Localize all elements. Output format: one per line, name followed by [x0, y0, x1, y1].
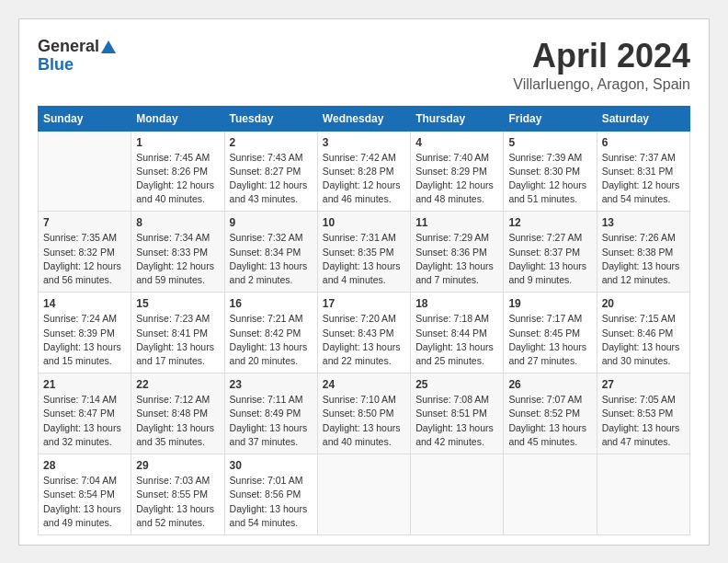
day-cell: 29Sunrise: 7:03 AM Sunset: 8:55 PM Dayli… — [131, 454, 224, 535]
day-cell — [597, 454, 689, 535]
day-number: 10 — [323, 216, 405, 229]
calendar-title: April 2024 — [513, 38, 690, 75]
day-cell: 22Sunrise: 7:12 AM Sunset: 8:48 PM Dayli… — [131, 373, 224, 454]
day-number: 23 — [230, 378, 313, 391]
day-detail: Sunrise: 7:18 AM Sunset: 8:44 PM Dayligh… — [415, 313, 494, 366]
day-number: 3 — [323, 136, 405, 149]
week-row-4: 21Sunrise: 7:14 AM Sunset: 8:47 PM Dayli… — [39, 373, 690, 454]
day-number: 11 — [415, 216, 498, 229]
day-number: 9 — [230, 216, 313, 229]
day-detail: Sunrise: 7:45 AM Sunset: 8:26 PM Dayligh… — [136, 152, 214, 205]
day-cell: 13Sunrise: 7:26 AM Sunset: 8:38 PM Dayli… — [597, 212, 689, 293]
day-cell: 20Sunrise: 7:15 AM Sunset: 8:46 PM Dayli… — [597, 293, 689, 373]
day-number: 29 — [136, 459, 219, 472]
day-number: 8 — [136, 216, 219, 229]
day-detail: Sunrise: 7:20 AM Sunset: 8:43 PM Dayligh… — [323, 313, 401, 366]
day-detail: Sunrise: 7:04 AM Sunset: 8:54 PM Dayligh… — [43, 475, 121, 528]
calendar-header: General Blue April 2024 Villarluengo, Ar… — [38, 38, 690, 93]
day-detail: Sunrise: 7:42 AM Sunset: 8:28 PM Dayligh… — [323, 152, 401, 205]
day-detail: Sunrise: 7:17 AM Sunset: 8:45 PM Dayligh… — [508, 313, 586, 366]
column-header-sunday: Sunday — [39, 106, 131, 131]
day-number: 30 — [230, 459, 313, 472]
day-detail: Sunrise: 7:43 AM Sunset: 8:27 PM Dayligh… — [230, 152, 308, 205]
day-detail: Sunrise: 7:23 AM Sunset: 8:41 PM Dayligh… — [136, 313, 214, 366]
day-number: 21 — [43, 378, 126, 391]
day-detail: Sunrise: 7:32 AM Sunset: 8:34 PM Dayligh… — [230, 232, 308, 285]
day-number: 16 — [230, 297, 313, 310]
day-detail: Sunrise: 7:31 AM Sunset: 8:35 PM Dayligh… — [323, 232, 401, 285]
day-cell — [317, 454, 410, 535]
day-detail: Sunrise: 7:14 AM Sunset: 8:47 PM Dayligh… — [43, 394, 121, 447]
day-number: 7 — [43, 216, 126, 229]
day-cell: 7Sunrise: 7:35 AM Sunset: 8:32 PM Daylig… — [39, 212, 131, 293]
day-number: 18 — [415, 297, 498, 310]
day-number: 6 — [602, 136, 685, 149]
day-cell: 11Sunrise: 7:29 AM Sunset: 8:36 PM Dayli… — [411, 212, 504, 293]
column-header-saturday: Saturday — [597, 106, 689, 131]
day-detail: Sunrise: 7:40 AM Sunset: 8:29 PM Dayligh… — [415, 152, 494, 205]
day-number: 26 — [508, 378, 591, 391]
day-cell: 17Sunrise: 7:20 AM Sunset: 8:43 PM Dayli… — [317, 293, 410, 373]
day-number: 27 — [602, 378, 685, 391]
column-header-friday: Friday — [504, 106, 597, 131]
week-row-2: 7Sunrise: 7:35 AM Sunset: 8:32 PM Daylig… — [39, 212, 690, 293]
day-cell: 1Sunrise: 7:45 AM Sunset: 8:26 PM Daylig… — [131, 131, 224, 212]
logo: General Blue — [38, 38, 116, 75]
day-cell: 9Sunrise: 7:32 AM Sunset: 8:34 PM Daylig… — [224, 212, 317, 293]
day-cell: 5Sunrise: 7:39 AM Sunset: 8:30 PM Daylig… — [504, 131, 597, 212]
day-cell — [411, 454, 504, 535]
day-cell: 4Sunrise: 7:40 AM Sunset: 8:29 PM Daylig… — [411, 131, 504, 212]
day-number: 19 — [508, 297, 591, 310]
day-number: 4 — [415, 136, 498, 149]
day-cell: 12Sunrise: 7:27 AM Sunset: 8:37 PM Dayli… — [504, 212, 597, 293]
day-number: 5 — [508, 136, 591, 149]
day-number: 20 — [602, 297, 685, 310]
day-detail: Sunrise: 7:01 AM Sunset: 8:56 PM Dayligh… — [230, 475, 308, 528]
day-number: 17 — [323, 297, 405, 310]
column-header-thursday: Thursday — [411, 106, 504, 131]
day-number: 14 — [43, 297, 126, 310]
column-header-tuesday: Tuesday — [224, 106, 317, 131]
day-detail: Sunrise: 7:37 AM Sunset: 8:31 PM Dayligh… — [602, 152, 680, 205]
day-cell: 26Sunrise: 7:07 AM Sunset: 8:52 PM Dayli… — [504, 373, 597, 454]
day-detail: Sunrise: 7:27 AM Sunset: 8:37 PM Dayligh… — [508, 232, 586, 285]
day-cell: 15Sunrise: 7:23 AM Sunset: 8:41 PM Dayli… — [131, 293, 224, 373]
day-detail: Sunrise: 7:15 AM Sunset: 8:46 PM Dayligh… — [602, 313, 680, 366]
day-cell: 16Sunrise: 7:21 AM Sunset: 8:42 PM Dayli… — [224, 293, 317, 373]
day-detail: Sunrise: 7:11 AM Sunset: 8:49 PM Dayligh… — [230, 394, 308, 447]
week-row-1: 1Sunrise: 7:45 AM Sunset: 8:26 PM Daylig… — [39, 131, 690, 212]
calendar-container: General Blue April 2024 Villarluengo, Ar… — [18, 18, 710, 546]
day-number: 1 — [136, 136, 219, 149]
day-cell: 6Sunrise: 7:37 AM Sunset: 8:31 PM Daylig… — [597, 131, 689, 212]
day-cell: 14Sunrise: 7:24 AM Sunset: 8:39 PM Dayli… — [39, 293, 131, 373]
day-detail: Sunrise: 7:29 AM Sunset: 8:36 PM Dayligh… — [415, 232, 494, 285]
day-detail: Sunrise: 7:12 AM Sunset: 8:48 PM Dayligh… — [136, 394, 214, 447]
day-cell: 21Sunrise: 7:14 AM Sunset: 8:47 PM Dayli… — [39, 373, 131, 454]
day-cell: 19Sunrise: 7:17 AM Sunset: 8:45 PM Dayli… — [504, 293, 597, 373]
calendar-location: Villarluengo, Aragon, Spain — [513, 76, 690, 93]
day-number: 12 — [508, 216, 591, 229]
day-detail: Sunrise: 7:26 AM Sunset: 8:38 PM Dayligh… — [602, 232, 680, 285]
title-block: April 2024 Villarluengo, Aragon, Spain — [513, 38, 690, 93]
day-number: 24 — [323, 378, 405, 391]
day-cell: 23Sunrise: 7:11 AM Sunset: 8:49 PM Dayli… — [224, 373, 317, 454]
day-detail: Sunrise: 7:34 AM Sunset: 8:33 PM Dayligh… — [136, 232, 214, 285]
day-cell: 3Sunrise: 7:42 AM Sunset: 8:28 PM Daylig… — [317, 131, 410, 212]
day-number: 13 — [602, 216, 685, 229]
day-cell: 25Sunrise: 7:08 AM Sunset: 8:51 PM Dayli… — [411, 373, 504, 454]
day-detail: Sunrise: 7:07 AM Sunset: 8:52 PM Dayligh… — [508, 394, 586, 447]
logo-blue-text: Blue — [38, 56, 74, 75]
day-cell: 2Sunrise: 7:43 AM Sunset: 8:27 PM Daylig… — [224, 131, 317, 212]
day-cell — [39, 131, 131, 212]
logo-general-text: General — [38, 38, 99, 56]
day-cell: 30Sunrise: 7:01 AM Sunset: 8:56 PM Dayli… — [224, 454, 317, 535]
column-header-monday: Monday — [131, 106, 224, 131]
day-cell: 27Sunrise: 7:05 AM Sunset: 8:53 PM Dayli… — [597, 373, 689, 454]
logo-triangle-icon — [101, 40, 116, 53]
calendar-header-row: SundayMondayTuesdayWednesdayThursdayFrid… — [39, 106, 690, 131]
day-detail: Sunrise: 7:05 AM Sunset: 8:53 PM Dayligh… — [602, 394, 680, 447]
day-number: 15 — [136, 297, 219, 310]
day-detail: Sunrise: 7:08 AM Sunset: 8:51 PM Dayligh… — [415, 394, 494, 447]
day-detail: Sunrise: 7:21 AM Sunset: 8:42 PM Dayligh… — [230, 313, 308, 366]
day-number: 22 — [136, 378, 219, 391]
